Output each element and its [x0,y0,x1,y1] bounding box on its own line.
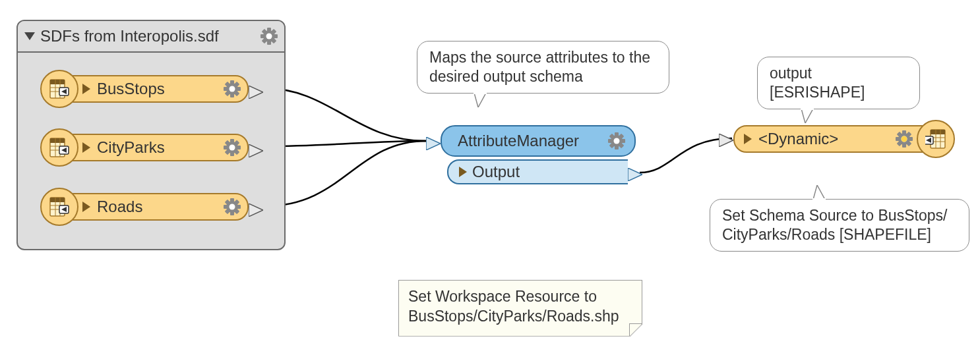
writer-header-text: output [ESRISHAPE] [770,65,865,101]
annotation-note[interactable]: Set Workspace Resource to BusStops/CityP… [398,280,642,337]
feature-label: Roads [97,198,217,216]
reader-group-title: SDFs from Interopolis.sdf [40,27,255,45]
input-port-icon[interactable] [426,136,441,149]
gear-icon[interactable] [224,198,241,215]
output-port-icon[interactable] [249,143,263,156]
output-port-icon[interactable] [249,84,263,97]
svg-marker-33 [813,185,825,200]
bubble-tail-icon [809,185,829,200]
table-writer-icon [925,128,946,149]
writer-feature-label: <Dynamic> [758,130,889,148]
svg-rect-29 [474,93,487,94]
gear-icon[interactable] [224,80,241,97]
writer-schema-bubble: Set Schema Source to BusStops/ CityParks… [710,199,969,252]
reader-feature-busstops[interactable]: BusStops [40,70,249,108]
output-port-icon[interactable] [628,167,642,180]
output-port-icon[interactable] [249,202,263,215]
feature-label: CityParks [97,138,217,157]
reader-feature-cityparks[interactable]: CityParks [40,128,249,167]
table-reader-icon [49,78,70,99]
annotation-text: Set Workspace Resource to BusStops/CityP… [408,288,619,325]
feature-label: BusStops [97,80,217,98]
output-port-label: Output [472,163,520,181]
svg-rect-31 [801,109,814,110]
table-reader-icon [49,196,70,217]
link-roads-to-transformer[interactable] [265,141,426,206]
transformer-tooltip-bubble: Maps the source attributes to the desire… [417,41,669,94]
reader-disk-icon [40,70,78,108]
expand-icon[interactable] [459,167,467,177]
gear-icon[interactable] [224,139,241,156]
reader-group[interactable]: SDFs from Interopolis.sdf BusStops CityP… [16,20,286,250]
input-port-icon[interactable] [719,132,733,146]
reader-disk-icon [40,188,78,226]
bubble-tail-icon [470,93,490,107]
writer-schema-text: Set Schema Source to BusStops/ CityParks… [722,207,947,243]
expand-icon[interactable] [82,84,90,94]
writer-header-bubble: output [ESRISHAPE] [757,57,920,109]
reader-disk-icon [40,128,78,167]
reader-group-header[interactable]: SDFs from Interopolis.sdf [18,21,284,53]
tooltip-text: Maps the source attributes to the desire… [429,49,650,85]
link-busstops-to-transformer[interactable] [265,88,426,141]
writer-disk-icon [917,120,955,158]
transformer-output-port[interactable]: Output [447,159,628,184]
gear-icon[interactable] [260,28,278,45]
link-transformer-to-writer[interactable] [640,138,732,173]
link-cityparks-to-transformer[interactable] [265,141,426,146]
transformer-attributemanager[interactable]: AttributeManager Output [441,125,636,184]
svg-point-32 [902,136,907,142]
gear-icon[interactable] [608,132,625,149]
expand-icon[interactable] [82,142,90,153]
table-reader-icon [49,137,70,158]
gear-icon[interactable] [896,130,913,148]
writer-feature-dynamic[interactable]: <Dynamic> [733,120,955,158]
transformer-name: AttributeManager [458,132,601,150]
disclosure-triangle-icon[interactable] [24,32,35,40]
expand-icon[interactable] [82,202,90,212]
reader-feature-roads[interactable]: Roads [40,188,249,226]
svg-rect-34 [812,198,826,200]
svg-marker-28 [474,93,486,107]
expand-icon[interactable] [744,134,752,144]
